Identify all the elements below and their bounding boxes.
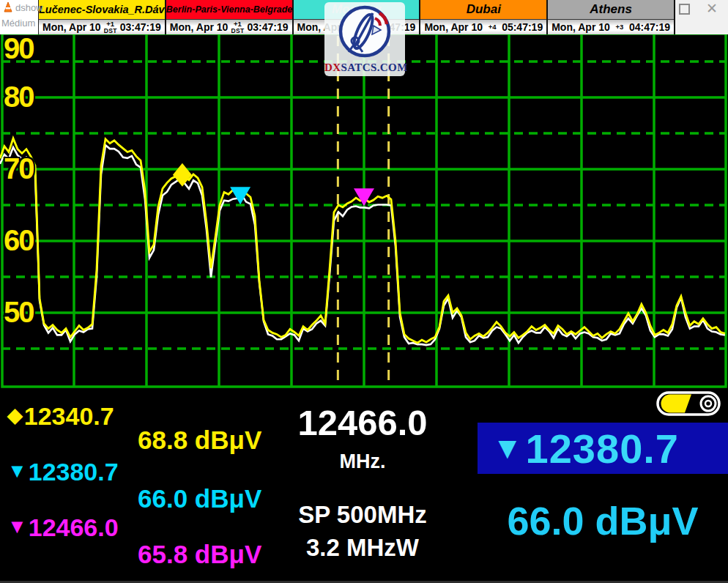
close-button[interactable]: ✕ [706,0,718,18]
vlc-cone-icon [2,1,14,13]
diamond-marker-icon: ◆ [7,404,23,426]
clock-city: Dubai [420,0,546,20]
spectrum-analyzer-window: { "header": { "vlc": { "icon": "vlc-cone… [0,0,728,583]
triangle-marker-icon: ▼ [492,431,523,466]
clock-city: Athens [548,0,674,20]
maximize-button[interactable] [679,4,690,15]
clock-date: Mon, Apr 10 [551,21,610,33]
reference-trace [0,145,725,345]
window-title-area: ✕ [675,0,728,34]
clock-time-row: Mon, Apr 10 +1 DST 03:47:19 [166,20,292,34]
vlc-source-area: dshow Médium [0,0,38,34]
satellite-dish-icon [331,4,398,61]
clock-tz: +1 DST [104,21,117,34]
marker-c-level: 65.8 dBμV [138,540,261,569]
clock-cell-0[interactable]: Lučenec-Slovakia_R.Dávid Mon, Apr 10 +1 … [39,0,166,34]
marker-a-frequency: ◆12340.7 [7,402,114,431]
clock-cell-3[interactable]: Dubai Mon, Apr 10 +4 05:47:19 [420,0,548,34]
marker-b-frequency: ▼12380.7 [7,458,119,486]
marker-a-level: 68.8 dBμV [138,426,261,455]
y-axis-label: 50 [4,297,34,327]
marker-a-diamond[interactable] [173,163,192,187]
clock-tz: +3 [615,23,623,31]
active-marker-frequency: 12380.7 [526,425,679,472]
dxsatcs-logo-text: DXSATCS.COM [324,62,405,74]
active-marker-level: 66.0 dBμV [478,498,728,543]
clock-city: Berlin-Paris-Vienna-Belgrade [166,0,292,20]
clock-time: 04:47:19 [629,21,670,33]
clock-cell-4[interactable]: Athens Mon, Apr 10 +3 04:47:19 [548,0,675,34]
clock-time-row: Mon, Apr 10 +4 05:47:19 [420,20,546,34]
marker-c-triangle[interactable] [354,188,374,206]
spectrum-plot[interactable] [0,0,728,583]
clock-time: 03:47:19 [120,21,161,33]
clock-date: Mon, Apr 10 [170,21,229,33]
dxsatcs-logo: DXSATCS.COM [324,2,405,76]
clock-cell-1[interactable]: Berlin-Paris-Vienna-Belgrade Mon, Apr 10… [166,0,294,34]
marker-b-level: 66.0 dBμV [138,484,261,513]
y-axis-label: 60 [4,226,34,255]
vlc-menu-media[interactable]: Médium [1,18,35,29]
battery-icon[interactable] [656,391,722,416]
y-axis-label: 90 [4,34,34,63]
active-marker-box[interactable]: ▼ 12380.7 [478,423,728,474]
marker-c-frequency: ▼12466.0 [7,513,119,542]
clock-city: Lučenec-Slovakia_R.Dávid [39,0,165,20]
clock-time-row: Mon, Apr 10 +1 DST 03:47:19 [39,20,165,34]
triangle-marker-icon: ▼ [7,460,27,482]
vlc-source-label: dshow [15,2,43,13]
clock-date: Mon, Apr 10 [42,21,101,33]
clock-date: Mon, Apr 10 [424,21,483,33]
clock-time: 03:47:19 [248,21,289,33]
y-axis-label: 80 [4,82,34,111]
clock-tz: +1 DST [231,21,245,34]
clock-time: 05:47:19 [502,21,543,33]
clock-tz: +4 [489,23,497,31]
triangle-marker-icon: ▼ [7,516,27,538]
y-axis-label: 70 [4,154,34,183]
clock-time-row: Mon, Apr 10 +3 04:47:19 [548,20,674,34]
